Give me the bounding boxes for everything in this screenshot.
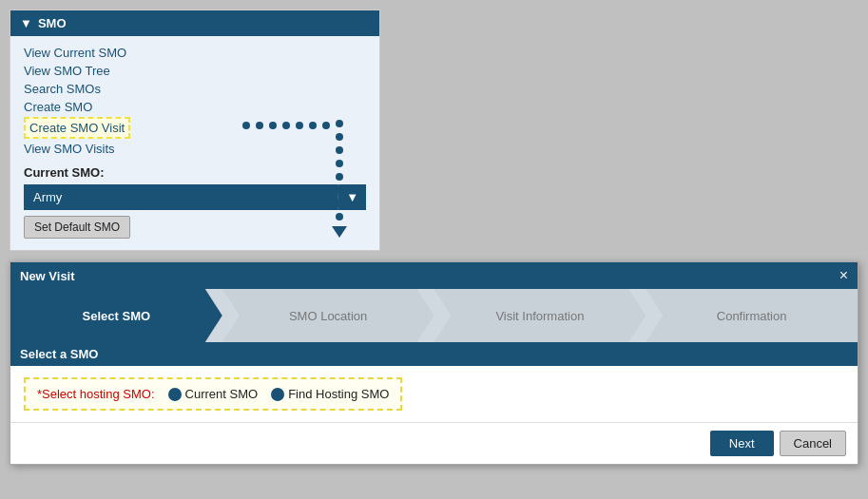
hosting-smo-selection-box: *Select hosting SMO: Current SMO Find Ho…	[24, 377, 402, 411]
horizontal-dots	[242, 120, 330, 129]
current-smo-radio-dot	[168, 388, 182, 401]
cancel-button[interactable]: Cancel	[780, 431, 846, 456]
find-hosting-smo-radio-label: Find Hosting SMO	[288, 387, 389, 401]
dot-5	[296, 122, 303, 129]
dot-1	[242, 122, 250, 129]
wizard-step-visit-information-label: Visit Information	[495, 309, 584, 323]
nav-link-create-smo[interactable]: Create SMO	[24, 98, 366, 116]
set-default-smo-button[interactable]: Set Default SMO	[24, 216, 130, 239]
vdot-1	[336, 120, 343, 127]
vdot-5	[336, 173, 343, 181]
wizard-steps: Select SMO SMO Location Visit Informatio…	[10, 289, 858, 342]
wizard-step-visit-information[interactable]: Visit Information	[434, 289, 646, 342]
nav-link-view-smo-tree[interactable]: View SMO Tree	[24, 62, 366, 80]
smo-panel-header: ▼ SMO	[10, 10, 379, 36]
nav-link-create-smo-visit[interactable]: Create SMO Visit	[24, 117, 130, 139]
dot-6	[309, 122, 317, 129]
dot-4	[282, 122, 290, 129]
hosting-smo-label: *Select hosting SMO:	[37, 387, 155, 401]
dialog-body: Select a SMO *Select hosting SMO: Curren…	[10, 342, 858, 422]
vdot-7	[336, 200, 343, 207]
find-hosting-smo-radio-option[interactable]: Find Hosting SMO	[271, 387, 389, 401]
dot-3	[269, 122, 277, 129]
vertical-dots	[336, 120, 347, 238]
vdot-4	[336, 160, 343, 167]
nav-link-view-current-smo[interactable]: View Current SMO	[24, 44, 366, 62]
dialog-title: New Visit	[20, 269, 75, 283]
connector-dots	[242, 120, 347, 238]
smo-panel-title: SMO	[38, 16, 67, 30]
wizard-step-smo-location[interactable]: SMO Location	[222, 289, 434, 342]
vdot-3	[336, 146, 343, 154]
dot-2	[256, 122, 263, 129]
vdot-2	[336, 133, 343, 141]
dialog-footer: Next Cancel	[10, 422, 858, 464]
new-visit-dialog: New Visit × Select SMO SMO Location Visi…	[10, 261, 858, 465]
connector-arrow-down	[332, 226, 347, 238]
wizard-step-select-smo[interactable]: Select SMO	[10, 289, 222, 342]
dialog-header: New Visit ×	[10, 262, 858, 289]
current-smo-radio-label: Current SMO	[185, 387, 259, 401]
section-content: *Select hosting SMO: Current SMO Find Ho…	[10, 366, 858, 422]
collapse-arrow-icon[interactable]: ▼	[20, 16, 32, 30]
vdot-6	[336, 186, 343, 194]
wizard-step-select-smo-label: Select SMO	[83, 309, 151, 323]
dialog-close-button[interactable]: ×	[839, 268, 848, 283]
wizard-step-confirmation-label: Confirmation	[717, 309, 787, 323]
wizard-step-smo-location-label: SMO Location	[289, 309, 367, 323]
current-smo-radio-option[interactable]: Current SMO	[168, 387, 259, 401]
find-hosting-smo-radio-dot	[271, 388, 284, 401]
nav-link-search-smos[interactable]: Search SMOs	[24, 80, 366, 98]
wizard-step-confirmation[interactable]: Confirmation	[646, 289, 858, 342]
select-a-smo-section-header: Select a SMO	[10, 342, 858, 366]
dot-7	[322, 122, 330, 129]
vdot-8	[336, 213, 343, 221]
next-button[interactable]: Next	[710, 431, 774, 456]
